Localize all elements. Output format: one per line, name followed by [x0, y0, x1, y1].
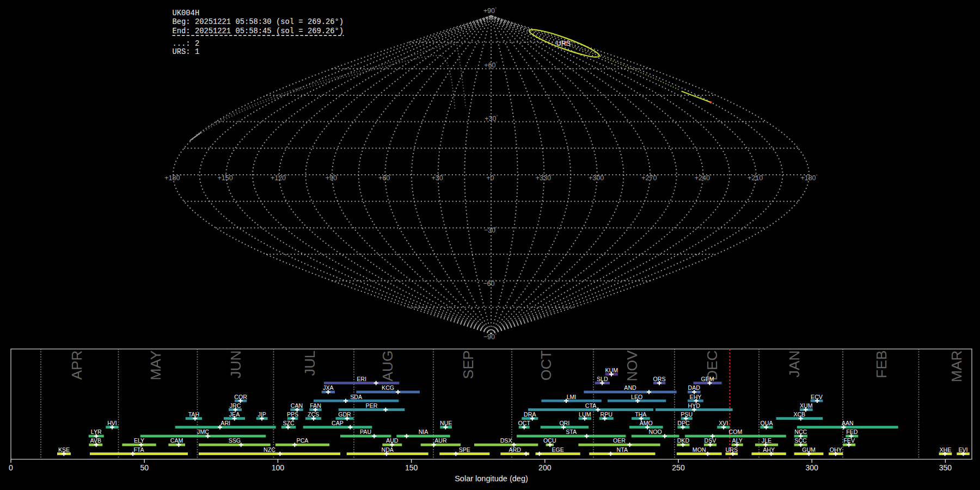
svg-text:OER: OER: [613, 437, 626, 444]
svg-text:EGE: EGE: [552, 446, 564, 453]
svg-text:STA: STA: [566, 428, 577, 435]
svg-text:End: 20251221 05:58:45 (sol =: End: 20251221 05:58:45 (sol = 269.26°): [173, 27, 344, 35]
svg-text:MAY: MAY: [148, 351, 164, 381]
svg-text:NIA: NIA: [419, 428, 429, 435]
svg-text:ELY: ELY: [134, 437, 144, 444]
svg-text:LEO: LEO: [631, 394, 642, 400]
svg-text:GEM: GEM: [701, 376, 714, 382]
svg-text:AHY: AHY: [763, 446, 775, 453]
svg-text:+330°: +330°: [536, 174, 553, 182]
svg-text:300: 300: [806, 463, 819, 472]
svg-text:CTA: CTA: [585, 402, 597, 409]
svg-text:FEB: FEB: [873, 351, 890, 378]
svg-text:NOO: NOO: [649, 428, 662, 435]
svg-text:DPC: DPC: [677, 420, 690, 426]
svg-text:CAP: CAP: [332, 420, 344, 426]
svg-text:COM: COM: [729, 428, 743, 435]
svg-text:QUA: QUA: [761, 420, 774, 426]
svg-text:FTA: FTA: [133, 446, 144, 453]
svg-text:JUN: JUN: [228, 351, 244, 378]
svg-text:Beg: 20251221 05:58:30 (sol =: Beg: 20251221 05:58:30 (sol = 269.26°): [173, 18, 344, 26]
svg-text:DRA: DRA: [524, 411, 536, 418]
svg-text:PAU: PAU: [360, 428, 371, 435]
svg-text:+120°: +120°: [271, 174, 287, 182]
svg-text:FED: FED: [846, 428, 858, 435]
svg-text:+270°: +270°: [641, 174, 658, 182]
svg-text:0: 0: [9, 463, 13, 472]
svg-text:JUL: JUL: [302, 351, 318, 376]
svg-text:50: 50: [140, 463, 149, 472]
svg-text:ORI: ORI: [559, 420, 569, 426]
svg-text:PER: PER: [366, 402, 378, 409]
svg-text:NZC: NZC: [264, 446, 275, 453]
svg-text:AUG: AUG: [379, 351, 396, 382]
svg-text:SSG: SSG: [229, 437, 241, 444]
svg-text:URS: 1: URS: 1: [173, 48, 200, 56]
svg-text:ARD: ARD: [509, 446, 522, 453]
svg-text:−60°: −60°: [483, 279, 496, 287]
svg-text:+30°: +30°: [485, 114, 498, 122]
svg-text:+240°: +240°: [695, 174, 712, 182]
svg-text:NOV: NOV: [624, 350, 640, 381]
svg-text:MON: MON: [693, 446, 706, 453]
svg-text:200: 200: [538, 463, 552, 472]
svg-text:PSU: PSU: [681, 411, 693, 418]
svg-text:URS: URS: [726, 446, 738, 453]
svg-text:TAH: TAH: [188, 411, 199, 418]
svg-text:+150°: +150°: [218, 174, 235, 182]
svg-text:250: 250: [672, 463, 685, 472]
svg-text:OCT: OCT: [538, 351, 554, 381]
svg-text:+180°: +180°: [800, 174, 817, 182]
svg-text:EHY: EHY: [690, 394, 702, 400]
svg-text:+210°: +210°: [748, 174, 764, 182]
svg-text:+180°: +180°: [164, 174, 181, 182]
svg-text:XCB: XCB: [793, 411, 805, 418]
svg-text:JAN: JAN: [786, 351, 803, 378]
svg-text:URS: URS: [556, 40, 571, 47]
svg-text:APR: APR: [69, 351, 85, 380]
svg-text:LMI: LMI: [567, 394, 577, 400]
svg-text:SDA: SDA: [350, 394, 363, 400]
svg-text:RPU: RPU: [601, 411, 612, 418]
svg-text:AMO: AMO: [640, 420, 653, 426]
svg-text:SPE: SPE: [459, 446, 470, 453]
svg-text:NDA: NDA: [382, 446, 394, 453]
svg-text:SZC: SZC: [283, 420, 295, 426]
svg-text:+90°: +90°: [326, 174, 339, 182]
svg-text:ARI: ARI: [220, 420, 230, 426]
svg-text:JLE: JLE: [762, 437, 771, 444]
svg-text:DSX: DSX: [500, 437, 512, 444]
svg-text:+300°: +300°: [589, 174, 605, 182]
svg-text:+30°: +30°: [431, 174, 444, 182]
svg-text:UK004H: UK004H: [173, 9, 200, 17]
svg-text:NTA: NTA: [617, 446, 628, 453]
svg-text:+90°: +90°: [483, 7, 497, 15]
svg-text:...: 2: ...: 2: [173, 40, 200, 48]
svg-text:MAR: MAR: [948, 351, 965, 382]
svg-text:ERI: ERI: [357, 376, 366, 382]
svg-text:−30°: −30°: [484, 226, 497, 234]
svg-text:PCA: PCA: [297, 437, 309, 444]
svg-text:100: 100: [272, 463, 285, 472]
svg-text:+60°: +60°: [378, 174, 391, 182]
svg-text:350: 350: [939, 463, 952, 472]
svg-text:AUR: AUR: [434, 437, 447, 444]
svg-text:CAM: CAM: [170, 437, 183, 444]
svg-text:−90°: −90°: [483, 333, 497, 341]
svg-text:150: 150: [405, 463, 418, 472]
svg-text:GDR: GDR: [338, 411, 351, 418]
svg-text:SEP: SEP: [460, 351, 476, 379]
svg-text:Solar longitude (deg): Solar longitude (deg): [455, 474, 528, 483]
svg-text:KCG: KCG: [382, 384, 394, 391]
svg-text:AND: AND: [624, 384, 636, 391]
svg-text:+60°: +60°: [484, 61, 497, 69]
